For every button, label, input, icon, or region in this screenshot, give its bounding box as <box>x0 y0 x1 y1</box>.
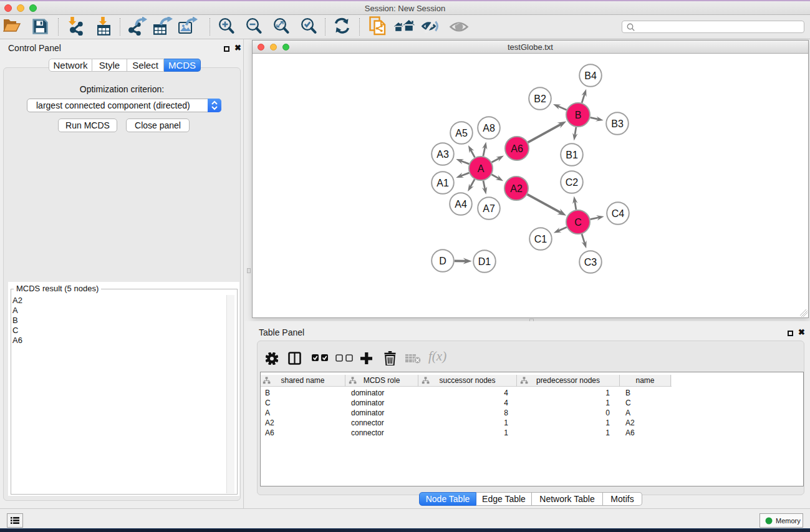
svg-text:B2: B2 <box>534 94 546 104</box>
svg-text:A4: A4 <box>455 199 467 210</box>
svg-text:A6: A6 <box>511 143 523 154</box>
svg-text:C3: C3 <box>584 257 597 268</box>
svg-text:B3: B3 <box>611 118 624 129</box>
svg-text:A7: A7 <box>483 203 495 214</box>
svg-text:A3: A3 <box>436 149 449 160</box>
svg-text:B4: B4 <box>584 70 597 81</box>
svg-text:C: C <box>574 217 582 228</box>
svg-text:D: D <box>439 256 446 266</box>
svg-text:B1: B1 <box>566 150 578 160</box>
svg-text:A: A <box>478 163 485 174</box>
svg-text:C2: C2 <box>566 177 579 188</box>
svg-text:C4: C4 <box>612 208 625 219</box>
svg-text:B: B <box>575 110 582 120</box>
svg-text:A1: A1 <box>436 178 449 188</box>
svg-text:A8: A8 <box>483 123 495 133</box>
svg-text:A2: A2 <box>510 183 523 194</box>
svg-text:D1: D1 <box>478 256 491 267</box>
svg-text:A5: A5 <box>455 128 468 138</box>
svg-text:C1: C1 <box>534 234 547 244</box>
